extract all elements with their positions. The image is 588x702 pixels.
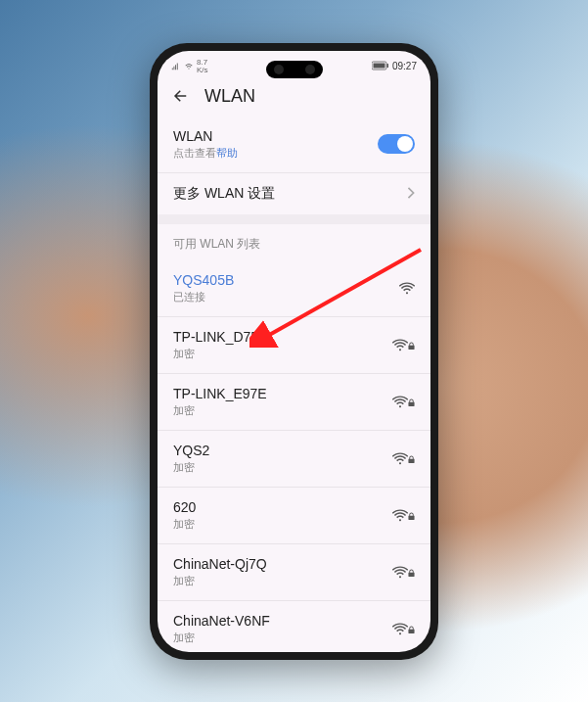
network-status: 加密 — [173, 460, 209, 475]
network-row[interactable]: YQS2加密 — [158, 431, 430, 488]
lock-icon — [409, 392, 415, 411]
camera-notch — [266, 61, 323, 78]
network-row[interactable]: ChinaNet-V6NF加密 — [158, 601, 430, 652]
network-row[interactable]: TP-LINK_E97E加密 — [158, 374, 430, 431]
chevron-right-icon — [407, 185, 415, 203]
wifi-signal-icon — [392, 335, 415, 354]
back-button[interactable] — [171, 86, 191, 106]
network-row[interactable]: TP-LINK_D7D4加密 — [158, 317, 430, 374]
network-name: ChinaNet-Qj7Q — [173, 556, 267, 572]
wlan-toggle-row[interactable]: WLAN 点击查看帮助 — [158, 117, 430, 173]
phone-frame: 8.7K/s 09:27 WLAN WLAN 点击查看帮助 — [150, 43, 438, 660]
wlan-toggle[interactable] — [378, 134, 415, 154]
networks-section-header: 可用 WLAN 列表 — [158, 224, 430, 260]
wifi-status-icon — [184, 61, 194, 72]
wifi-signal-icon — [392, 619, 415, 638]
network-status: 已连接 — [173, 290, 234, 304]
header: WLAN — [158, 78, 430, 117]
signal-icon — [171, 61, 181, 72]
svg-rect-2 — [386, 64, 388, 68]
wlan-help-text: 点击查看帮助 — [173, 146, 238, 161]
network-row[interactable]: 620加密 — [158, 488, 430, 544]
page-title: WLAN — [204, 86, 255, 107]
lock-icon — [409, 619, 415, 638]
wifi-signal-icon — [392, 392, 415, 411]
time: 09:27 — [392, 61, 417, 71]
network-status: 加密 — [173, 347, 268, 361]
content-scroll[interactable]: WLAN 点击查看帮助 更多 WLAN 设置 可用 WLAN 列表 YQS405… — [158, 117, 430, 652]
battery-icon — [372, 61, 389, 72]
more-settings-row[interactable]: 更多 WLAN 设置 — [158, 173, 430, 214]
svg-rect-1 — [373, 63, 384, 68]
network-name: YQS2 — [173, 443, 209, 458]
network-name: ChinaNet-V6NF — [173, 613, 270, 629]
wifi-signal-icon — [399, 282, 415, 295]
back-arrow-icon — [172, 87, 190, 105]
network-name: YQS405B — [173, 272, 234, 288]
network-status: 加密 — [173, 574, 267, 588]
screen: 8.7K/s 09:27 WLAN WLAN 点击查看帮助 — [158, 51, 430, 652]
network-status: 加密 — [173, 631, 270, 645]
lock-icon — [409, 562, 415, 582]
network-list: YQS405B已连接TP-LINK_D7D4加密TP-LINK_E97E加密YQ… — [158, 260, 430, 652]
network-row[interactable]: ChinaNet-Qj7Q加密 — [158, 544, 430, 601]
lock-icon — [409, 505, 415, 525]
lock-icon — [409, 448, 415, 468]
network-name: 620 — [173, 499, 196, 515]
network-name: TP-LINK_E97E — [173, 386, 267, 401]
network-name: TP-LINK_D7D4 — [173, 329, 268, 345]
wifi-signal-icon — [392, 562, 415, 582]
speed-unit: K/s — [197, 66, 208, 74]
network-row[interactable]: YQS405B已连接 — [158, 260, 430, 317]
lock-icon — [409, 335, 415, 354]
section-divider — [158, 214, 430, 224]
wifi-signal-icon — [392, 448, 415, 468]
more-settings-label: 更多 WLAN 设置 — [173, 185, 275, 203]
network-status: 加密 — [173, 517, 196, 532]
network-status: 加密 — [173, 403, 267, 418]
wifi-signal-icon — [392, 505, 415, 525]
wlan-label: WLAN — [173, 128, 238, 144]
